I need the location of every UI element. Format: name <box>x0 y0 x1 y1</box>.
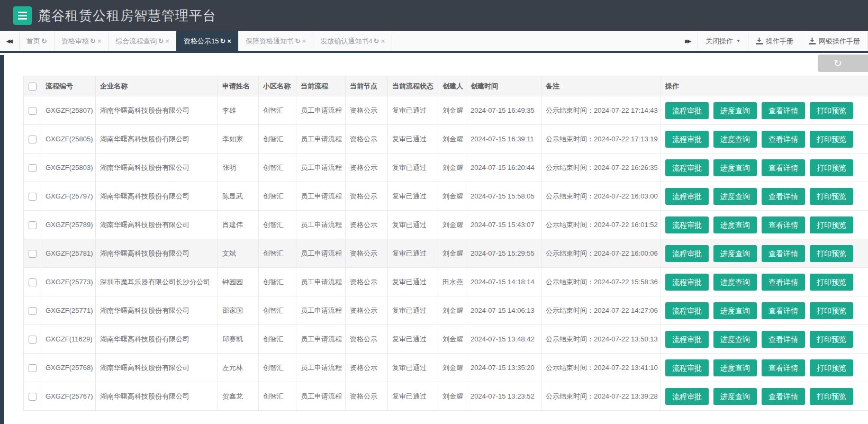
collapsed-sidebar-strip[interactable] <box>0 55 4 424</box>
print-preview-button[interactable]: 打印预览 <box>810 388 853 405</box>
process-approval-button[interactable]: 流程审批 <box>665 302 709 319</box>
close-icon[interactable]: × <box>97 37 102 45</box>
progress-query-button[interactable]: 进度查询 <box>713 102 757 119</box>
tab-3[interactable]: 综合流程查询↻× <box>108 31 176 51</box>
progress-query-button[interactable]: 进度查询 <box>713 216 757 233</box>
actions-cell: 流程审批进度查询查看详情打印预览 <box>661 125 868 154</box>
process-approval-button[interactable]: 流程审批 <box>665 159 709 176</box>
close-icon[interactable]: × <box>165 37 169 45</box>
tab-5[interactable]: 保障资格通知书↻× <box>238 31 313 51</box>
tab-6[interactable]: 发放确认通知书4↻× <box>313 31 392 51</box>
print-preview-button[interactable]: 打印预览 <box>810 216 853 233</box>
process-approval-button[interactable]: 流程审批 <box>665 388 709 405</box>
process-approval-button[interactable]: 流程审批 <box>665 131 709 148</box>
process-approval-button[interactable]: 流程审批 <box>665 274 709 291</box>
tab-scroll-left-icon[interactable]: ◀◀ <box>0 31 19 51</box>
created-time-cell: 2024-07-15 13:23:52 <box>466 382 541 411</box>
progress-query-button[interactable]: 进度查询 <box>713 131 757 148</box>
view-details-button[interactable]: 查看详情 <box>762 245 805 262</box>
view-details-button[interactable]: 查看详情 <box>762 102 805 119</box>
current-process-cell: 员工申请流程 <box>296 211 346 239</box>
close-icon[interactable]: × <box>227 37 231 45</box>
row-checkbox[interactable] <box>29 136 37 143</box>
view-details-button[interactable]: 查看详情 <box>762 216 805 233</box>
refresh-icon[interactable]: ↻ <box>220 37 225 45</box>
view-details-button[interactable]: 查看详情 <box>762 302 805 319</box>
close-operations-dropdown[interactable]: 关闭操作 ▼ <box>698 31 748 51</box>
row-checkbox[interactable] <box>29 164 37 172</box>
row-checkbox[interactable] <box>29 221 37 229</box>
row-checkbox[interactable] <box>29 193 37 201</box>
view-details-button[interactable]: 查看详情 <box>762 331 805 348</box>
print-preview-button[interactable]: 打印预览 <box>810 359 853 376</box>
process-approval-button[interactable]: 流程审批 <box>665 359 709 376</box>
reload-panel-button[interactable]: ↻ <box>818 55 868 72</box>
view-details-button[interactable]: 查看详情 <box>762 159 805 176</box>
operation-manual-button[interactable]: 操作手册 <box>748 31 801 51</box>
process-approval-button[interactable]: 流程审批 <box>665 188 709 205</box>
progress-query-button[interactable]: 进度查询 <box>713 388 757 405</box>
progress-query-button[interactable]: 进度查询 <box>713 359 757 376</box>
process-approval-button[interactable]: 流程审批 <box>665 102 709 119</box>
row-checkbox[interactable] <box>29 393 37 401</box>
view-details-button[interactable]: 查看详情 <box>762 388 805 405</box>
print-preview-button[interactable]: 打印预览 <box>810 159 853 176</box>
row-checkbox[interactable] <box>29 107 37 115</box>
hamburger-menu-icon[interactable] <box>13 6 32 25</box>
current-process-cell: 员工申请流程 <box>296 268 346 296</box>
bank-manual-button[interactable]: 网银操作手册 <box>801 31 868 51</box>
print-preview-button[interactable]: 打印预览 <box>810 188 853 205</box>
process-approval-button[interactable]: 流程审批 <box>665 216 709 233</box>
tab-2[interactable]: 资格审核↻× <box>54 31 108 51</box>
community-name-cell: 创智汇 <box>259 182 296 211</box>
created-time-cell: 2024-07-15 14:18:14 <box>466 268 541 296</box>
select-all-checkbox[interactable] <box>29 83 37 91</box>
tab-1[interactable]: 首页↻ <box>19 31 54 51</box>
tab-4[interactable]: 资格公示15↻× <box>176 31 238 51</box>
refresh-icon[interactable]: ↻ <box>295 37 301 45</box>
view-details-button[interactable]: 查看详情 <box>762 131 805 148</box>
progress-query-button[interactable]: 进度查询 <box>713 245 757 262</box>
refresh-icon[interactable]: ↻ <box>158 37 164 45</box>
current-process-cell: 员工申请流程 <box>296 239 346 268</box>
tab-scroll-right-icon[interactable]: ▶▶ <box>679 31 698 51</box>
close-icon[interactable]: × <box>381 37 385 45</box>
print-preview-button[interactable]: 打印预览 <box>810 274 853 291</box>
refresh-icon[interactable]: ↻ <box>41 37 47 45</box>
row-checkbox[interactable] <box>29 307 37 315</box>
refresh-icon[interactable]: ↻ <box>374 37 379 45</box>
print-preview-button[interactable]: 打印预览 <box>810 245 853 262</box>
progress-query-button[interactable]: 进度查询 <box>713 188 757 205</box>
print-preview-button[interactable]: 打印预览 <box>810 331 853 348</box>
company-name-cell: 湖南华曙高科技股份有限公司 <box>96 154 218 182</box>
row-checkbox[interactable] <box>29 278 37 286</box>
progress-query-button[interactable]: 进度查询 <box>713 159 757 176</box>
company-name-cell: 深圳市魔耳乐器有限公司长沙分公司 <box>96 268 218 296</box>
progress-query-button[interactable]: 进度查询 <box>713 302 757 319</box>
tab-label: 首页 <box>26 37 40 46</box>
view-details-button[interactable]: 查看详情 <box>762 359 805 376</box>
print-preview-button[interactable]: 打印预览 <box>810 131 853 148</box>
process-status-cell: 复审已通过 <box>388 382 438 411</box>
process-id-cell: GXGZF(25768) <box>41 354 96 382</box>
view-details-button[interactable]: 查看详情 <box>762 274 805 291</box>
view-details-button[interactable]: 查看详情 <box>762 188 805 205</box>
row-checkbox[interactable] <box>29 364 37 372</box>
row-checkbox[interactable] <box>29 250 37 258</box>
progress-query-button[interactable]: 进度查询 <box>713 331 757 348</box>
progress-query-button[interactable]: 进度查询 <box>713 274 757 291</box>
community-name-cell: 创智汇 <box>259 211 296 239</box>
community-name-cell: 创智汇 <box>259 382 296 411</box>
process-status-cell: 复审已通过 <box>388 96 438 125</box>
close-icon[interactable]: × <box>302 37 306 45</box>
process-approval-button[interactable]: 流程审批 <box>665 245 709 262</box>
print-preview-button[interactable]: 打印预览 <box>810 102 853 119</box>
process-approval-button[interactable]: 流程审批 <box>665 331 709 348</box>
refresh-icon[interactable]: ↻ <box>90 37 96 45</box>
applicant-name-cell: 钟园园 <box>218 268 259 296</box>
created-time-cell: 2024-07-15 13:35:20 <box>466 354 541 382</box>
row-checkbox[interactable] <box>29 336 37 344</box>
print-preview-button[interactable]: 打印预览 <box>810 302 853 319</box>
column-header: 操作 <box>661 76 868 96</box>
download-icon <box>756 38 763 44</box>
